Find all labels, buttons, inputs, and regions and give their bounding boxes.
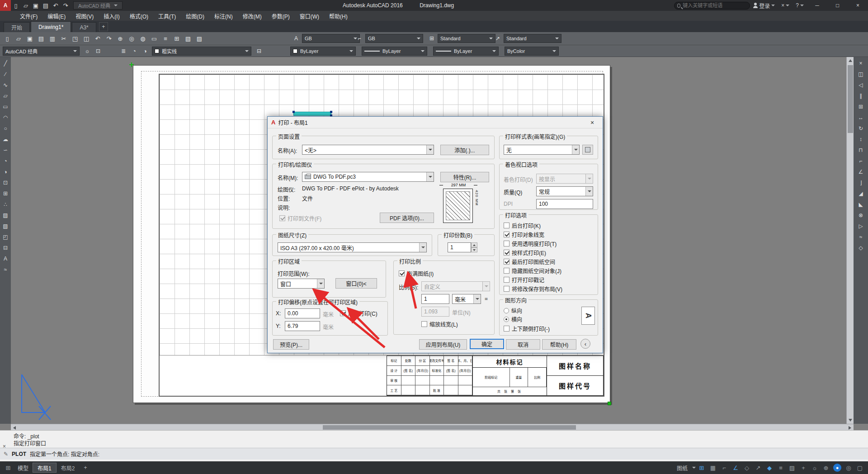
chevron-down-icon[interactable] xyxy=(585,187,593,196)
table-icon[interactable]: ⊟ xyxy=(0,243,10,253)
properties-icon[interactable]: ≡ xyxy=(160,33,171,44)
array-icon[interactable]: ⊞ xyxy=(856,102,866,112)
chevron-down-icon[interactable] xyxy=(426,145,434,154)
center-plot-checkbox[interactable]: 居中打印(C) xyxy=(340,309,377,317)
layer-combo[interactable]: 粗实线 xyxy=(152,47,251,56)
mirror-icon[interactable]: ◁ xyxy=(856,80,866,90)
rotate-icon[interactable]: ↻ xyxy=(856,123,866,133)
grid-icon[interactable]: ⊞ xyxy=(696,463,707,473)
selected-object[interactable] xyxy=(293,112,331,116)
menu-window[interactable]: 窗口(W) xyxy=(295,11,324,21)
sheet-set-icon[interactable]: ⊞ xyxy=(171,33,182,44)
layer-properties-icon[interactable]: ⊡ xyxy=(93,47,103,56)
new-layout-button[interactable]: + xyxy=(79,463,91,473)
move-icon[interactable]: ↔ xyxy=(856,113,866,123)
collapse-dialog-button[interactable]: ‹ xyxy=(580,339,590,349)
close-button[interactable]: × xyxy=(848,0,868,11)
create-block-icon[interactable]: ⊞ xyxy=(0,189,10,199)
autocad-logo-icon[interactable]: A xyxy=(0,0,11,11)
scale-lineweight-checkbox[interactable]: 缩放线宽(L) xyxy=(421,320,458,328)
hatch-icon[interactable]: ▨ xyxy=(0,210,10,220)
point-icon[interactable]: ∴ xyxy=(0,199,10,209)
menu-modify[interactable]: 修改(M) xyxy=(238,11,266,21)
snap-icon[interactable]: ▦ xyxy=(708,463,718,473)
command-window[interactable]: × 命令: _plot 指定打印窗口 ✎ PLOT 指定第一个角点: 指定对角点… xyxy=(0,430,868,461)
menu-tools[interactable]: 工具(T) xyxy=(154,11,180,21)
plot-icon[interactable]: ▤ xyxy=(36,33,47,44)
workspace-dropdown[interactable]: AutoCAD 经典 xyxy=(73,1,123,9)
blend-icon[interactable]: ≈ xyxy=(856,232,866,242)
layer-freeze-icon[interactable]: ◑ xyxy=(140,47,150,56)
chevron-down-icon[interactable] xyxy=(419,243,426,252)
printer-properties-button[interactable]: 特性(R)... xyxy=(440,172,489,182)
open-icon[interactable]: ▱ xyxy=(21,0,31,10)
menu-dimension[interactable]: 标注(N) xyxy=(210,11,237,21)
undo-icon[interactable]: ↶ xyxy=(51,0,61,10)
tab-drawing1[interactable]: Drawing1* xyxy=(31,21,71,32)
maximize-button[interactable]: □ xyxy=(827,0,848,11)
undo-icon[interactable]: ↶ xyxy=(92,33,103,44)
scale-numerator-input[interactable]: 1 xyxy=(421,294,449,304)
workspace-icon[interactable]: ☼ xyxy=(809,463,820,473)
open-icon[interactable]: ▱ xyxy=(13,33,24,44)
pdf-options-button[interactable]: PDF 选项(0)... xyxy=(380,213,434,223)
ellipse-arc-icon[interactable]: ◑ xyxy=(0,167,10,177)
insert-block-icon[interactable]: ⊡ xyxy=(0,178,10,188)
menu-parametric[interactable]: 参数(P) xyxy=(267,11,294,21)
edit-plot-style-button[interactable] xyxy=(582,145,593,155)
chevron-down-icon[interactable] xyxy=(317,279,324,288)
lineweight-combo[interactable]: ByLayer xyxy=(433,47,499,56)
pick-window-button[interactable]: 窗口(0)< xyxy=(335,278,377,289)
zoom-window-icon[interactable]: ◍ xyxy=(137,33,148,44)
gradient-icon[interactable]: ▧ xyxy=(0,221,10,231)
copy-icon[interactable]: ◫ xyxy=(856,69,866,79)
scroll-left-icon[interactable] xyxy=(13,426,16,430)
horizontal-scroll-thumb[interactable] xyxy=(323,425,576,430)
fillet-icon[interactable]: ◣ xyxy=(856,199,866,209)
text-style-icon[interactable]: A xyxy=(291,34,301,43)
cut-icon[interactable]: ✂ xyxy=(58,33,69,44)
lineweight-icon[interactable]: ≡ xyxy=(775,463,786,473)
save-changes-checkbox[interactable]: 将修改保存到布局(V) xyxy=(504,285,562,293)
ok-button[interactable]: 确定 xyxy=(470,339,504,349)
plot-transparency-checkbox[interactable]: 使用透明度打印(T) xyxy=(504,240,557,247)
save-icon[interactable]: ▣ xyxy=(24,33,35,44)
plot-icon[interactable]: ▤ xyxy=(41,0,51,10)
layer-states-icon[interactable]: ≣ xyxy=(118,47,128,56)
landscape-radio[interactable]: 横向 xyxy=(504,315,522,323)
copy-icon[interactable]: ◳ xyxy=(70,33,80,44)
spin-up-icon[interactable] xyxy=(471,242,477,247)
plot-preview-icon[interactable]: ▥ xyxy=(47,33,58,44)
text-style-combo[interactable]: GB xyxy=(302,34,360,43)
plot-with-styles-checkbox[interactable]: 按样式打印(E) xyxy=(504,249,546,256)
plot-style-combo[interactable]: 无 xyxy=(504,145,580,155)
copies-spinner[interactable] xyxy=(471,242,477,252)
isolate-objects-icon[interactable]: ◎ xyxy=(843,463,854,473)
menu-insert[interactable]: 插入(I) xyxy=(99,11,124,21)
layout1-tab[interactable]: 布局1 xyxy=(33,463,57,473)
markup-icon[interactable]: ▧ xyxy=(183,33,193,44)
linetype-combo[interactable]: ByLayer xyxy=(362,47,427,56)
chamfer-icon[interactable]: ◢ xyxy=(856,189,866,199)
pagesetup-name-combo[interactable]: <无> xyxy=(302,145,434,155)
grip-handle[interactable] xyxy=(330,111,332,113)
chevron-down-icon[interactable] xyxy=(426,172,434,181)
grip-handle[interactable] xyxy=(292,111,295,113)
extend-icon[interactable]: ∠ xyxy=(856,167,866,177)
chevron-down-icon[interactable] xyxy=(473,294,481,303)
dynamic-input-icon[interactable]: + xyxy=(798,463,809,473)
vertical-scrollbar[interactable] xyxy=(846,57,854,424)
vertical-scroll-thumb[interactable] xyxy=(848,65,853,133)
model-tab[interactable]: 模型 xyxy=(14,463,33,473)
region-icon[interactable]: ◰ xyxy=(0,232,10,242)
offset-icon[interactable]: ∥ xyxy=(856,91,866,101)
rectangle-icon[interactable]: ▭ xyxy=(0,102,10,112)
new-tab-button[interactable]: + xyxy=(99,22,108,31)
menu-file[interactable]: 文件(F) xyxy=(15,11,42,21)
customize-icon[interactable]: ✎ xyxy=(4,451,8,457)
mtext-icon[interactable]: A xyxy=(0,254,10,264)
help-button[interactable]: 帮助(H) xyxy=(542,339,576,350)
arc-icon[interactable]: ◠ xyxy=(0,113,10,123)
apply-to-layout-button[interactable]: 应用到布局(U) xyxy=(419,339,467,350)
scale-unit-combo[interactable]: 毫米 xyxy=(452,294,481,304)
